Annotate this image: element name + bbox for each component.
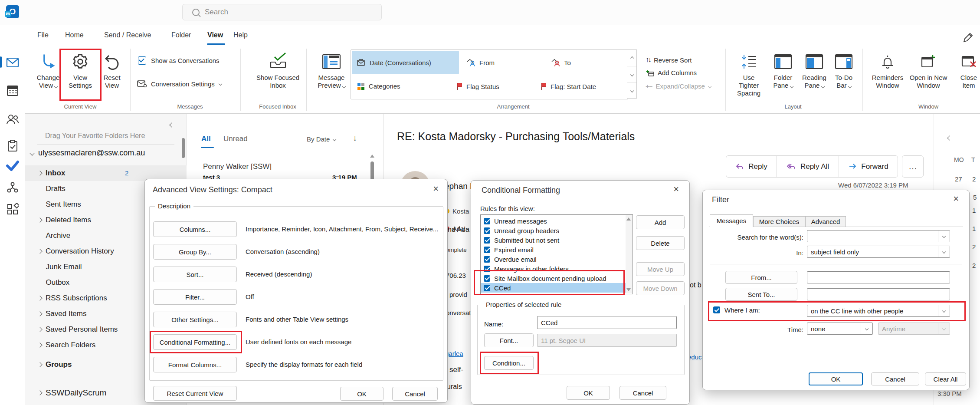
conditional-formatting-button[interactable]: Conditional Formatting... (153, 334, 237, 350)
sent-to-button[interactable]: Sent To... (725, 288, 797, 301)
sort-direction-icon[interactable]: ↓ (353, 133, 357, 143)
arrangement-to[interactable]: To (546, 51, 624, 74)
tab-advanced[interactable]: Advanced (805, 216, 846, 227)
menu-tab-folder[interactable]: Folder (171, 31, 191, 39)
other-settings-button[interactable]: Other Settings... (153, 312, 237, 327)
close-item-button[interactable]: CloseItem (954, 49, 980, 89)
checkbox-checked-icon[interactable] (484, 247, 490, 253)
message-scrollbar[interactable] (370, 161, 374, 181)
from-input[interactable] (807, 271, 950, 283)
close-icon[interactable]: × (433, 184, 439, 193)
clear-all-button[interactable]: Clear All (925, 372, 966, 385)
message-sender[interactable]: Penny Walker [SSW] (203, 162, 272, 171)
calendar-date[interactable]: 5 (973, 194, 977, 201)
calendar-date[interactable]: 2 (972, 243, 976, 250)
checkbox-checked-icon[interactable] (484, 256, 490, 263)
add-columns-button[interactable]: Add Columns (646, 69, 697, 76)
tab-all[interactable]: All (201, 135, 211, 143)
conversation-settings-button[interactable]: Conversation Settings (137, 80, 222, 88)
expand-icon[interactable] (37, 171, 42, 175)
calendar-date[interactable]: 2 (972, 262, 976, 269)
body-link-fragment[interactable]: garlea (445, 350, 463, 357)
filter-button[interactable]: Filter... (153, 289, 237, 305)
condition-button[interactable]: Condition... (484, 356, 534, 370)
folder-scrollbar[interactable] (182, 138, 185, 158)
dropdown-icon[interactable] (938, 230, 950, 242)
expand-icon[interactable] (37, 342, 42, 347)
arrangement-date-conversations[interactable]: Date (Conversations) (352, 51, 459, 74)
menu-tab-home[interactable]: Home (65, 31, 84, 39)
cancel-button[interactable]: Cancel (619, 386, 666, 400)
cancel-button[interactable]: Cancel (871, 372, 919, 385)
close-icon[interactable]: × (673, 185, 679, 194)
calendar-icon[interactable] (6, 83, 20, 97)
arrangement-flag-start-date[interactable]: Flag: Start Date (541, 82, 596, 90)
rule-messages-in-other-folders[interactable]: Messages in other folders (481, 264, 626, 273)
arrangement-from[interactable]: From (462, 51, 544, 74)
view-settings-button[interactable]: ViewSettings (65, 49, 95, 89)
sent-to-input[interactable] (807, 288, 950, 300)
expand-collapse-button[interactable]: +− Expand/Collapse (646, 82, 711, 90)
checkbox-checked-icon[interactable] (484, 285, 490, 291)
arrangement-categories[interactable]: Categories (357, 82, 400, 90)
cancel-button[interactable]: Cancel (392, 387, 438, 401)
dropdown-icon[interactable] (861, 323, 872, 334)
checkbox-checked-icon[interactable] (484, 237, 490, 244)
gallery-more-button[interactable] (627, 83, 636, 98)
arrangement-flag-status[interactable]: Flag Status (457, 82, 499, 90)
rule-overdue-email[interactable]: Overdue email (481, 254, 626, 264)
move-up-button[interactable]: Move Up (636, 262, 685, 276)
ok-button[interactable]: OK (809, 372, 863, 385)
menu-tab-file[interactable]: File (37, 31, 49, 39)
expand-icon[interactable] (37, 327, 42, 332)
rule-unread-messages[interactable]: Unread messages (481, 216, 626, 226)
gallery-scroll-down[interactable] (627, 66, 636, 83)
from-button[interactable]: From... (725, 271, 797, 284)
show-as-conversations-checkbox[interactable]: Show as Conversations (138, 56, 220, 65)
expand-rail-icon[interactable] (947, 135, 952, 140)
checkbox-checked-icon[interactable] (484, 218, 490, 224)
sort-button[interactable]: Sort... (153, 267, 237, 282)
dropdown-icon[interactable] (938, 246, 950, 257)
ok-button[interactable]: OK (340, 387, 383, 401)
font-button[interactable]: Font... (484, 333, 534, 347)
folder-pane-button[interactable]: FolderPane (769, 49, 797, 89)
reply-button[interactable]: Reply (726, 156, 777, 177)
people-icon[interactable] (6, 112, 20, 126)
rule-name-input[interactable]: CCed (537, 316, 677, 329)
group-by-button[interactable]: Group By... (153, 244, 237, 260)
reminders-window-button[interactable]: RemindersWindow (869, 49, 906, 89)
sort-by-dropdown[interactable]: By Date (307, 135, 336, 143)
change-view-button[interactable]: ChangeView (33, 49, 64, 89)
reading-pane-button[interactable]: ReadingPane (800, 49, 829, 89)
ok-button[interactable]: OK (567, 386, 610, 400)
delete-button[interactable]: Delete (636, 236, 685, 250)
rule-cced[interactable]: CCed (481, 283, 626, 293)
forward-button[interactable]: Forward (839, 156, 898, 177)
rule-unread-group-headers[interactable]: Unread group headers (481, 226, 626, 235)
reset-view-button[interactable]: ResetView (97, 49, 127, 89)
todo-bar-button[interactable]: To-DoBar (831, 49, 856, 89)
tab-messages[interactable]: Messages (710, 214, 753, 227)
reply-all-button[interactable]: Reply All (777, 156, 839, 177)
where-i-am-checkbox[interactable] (713, 306, 720, 313)
move-down-button[interactable]: Move Down (636, 281, 685, 295)
tasks-icon[interactable] (6, 139, 20, 153)
menu-tab-view[interactable]: View (207, 31, 223, 39)
checkbox-checked-icon[interactable] (484, 227, 490, 234)
columns-button[interactable]: Columns... (153, 221, 237, 237)
tab-unread[interactable]: Unread (223, 135, 248, 143)
show-focused-inbox-button[interactable]: Show FocusedInbox (255, 49, 301, 89)
menu-tab-help[interactable]: Help (233, 31, 248, 39)
collapse-pane-icon[interactable] (169, 122, 174, 127)
calendar-date[interactable]: 27 (955, 175, 962, 183)
checkbox-checked-icon[interactable] (484, 266, 490, 272)
search-words-combobox[interactable] (807, 230, 950, 242)
account-row[interactable]: ulyssesmaclaren@ssw.com.au (30, 148, 145, 158)
gallery-scroll-up[interactable] (627, 50, 636, 66)
in-combobox[interactable]: subject field only (807, 246, 950, 258)
reverse-sort-button[interactable]: ↑↓ Reverse Sort (646, 56, 692, 64)
rule-submitted-but-not-sent[interactable]: Submitted but not sent (481, 235, 626, 245)
format-columns-button[interactable]: Format Columns... (153, 357, 237, 372)
close-icon[interactable]: × (953, 194, 959, 203)
